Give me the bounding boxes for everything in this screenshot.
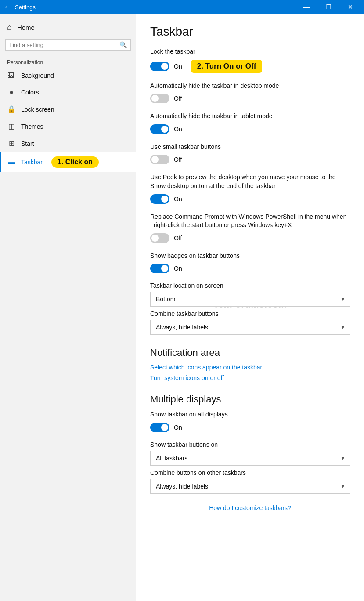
toggle-row-small-buttons: Off xyxy=(150,155,350,164)
select-icons-link[interactable]: Select which icons appear on the taskbar xyxy=(150,364,350,371)
background-icon: 🖼 xyxy=(7,72,16,80)
toggle-small-buttons[interactable] xyxy=(150,155,169,164)
setting-label-small-buttons: Use small taskbar buttons xyxy=(150,143,350,152)
footer-customize-link[interactable]: How do I customize taskbars? xyxy=(150,504,350,511)
minimize-button[interactable]: — xyxy=(296,0,317,14)
taskbar-icon: ▬ xyxy=(7,158,16,166)
setting-small-buttons: Use small taskbar buttons Off xyxy=(150,143,350,165)
toggle-replace-cmd[interactable] xyxy=(150,233,169,243)
sidebar-item-label-themes: Themes xyxy=(21,123,43,130)
dropdown-label-combine-other: Combine buttons on other taskbars xyxy=(150,469,350,476)
toggle-row-hide-tablet: On xyxy=(150,124,350,134)
setting-location: Taskbar location on screen Bottom Top Le… xyxy=(150,282,350,307)
app-body: ⌂ Home 🔍 Personalization 🖼 Background ● … xyxy=(0,14,364,601)
sidebar-item-background[interactable]: 🖼 Background xyxy=(0,67,136,84)
toggle-label-hide-desktop: Off xyxy=(174,95,182,102)
dropdown-label-location: Taskbar location on screen xyxy=(150,282,350,289)
multiple-displays-title: Multiple displays xyxy=(150,394,350,405)
turn-annotation: 2. Turn On or Off xyxy=(191,60,263,73)
toggle-row-lock-taskbar: On 2. Turn On or Off xyxy=(150,60,350,73)
toggle-hide-desktop[interactable] xyxy=(150,94,169,103)
home-icon: ⌂ xyxy=(7,23,12,32)
setting-label-hide-desktop: Automatically hide the taskbar in deskto… xyxy=(150,82,350,91)
toggle-label-replace-cmd: Off xyxy=(174,235,182,242)
start-icon: ⊞ xyxy=(7,139,16,148)
setting-label-replace-cmd: Replace Command Prompt with Windows Powe… xyxy=(150,213,350,230)
toggle-label-show-all-displays: On xyxy=(174,424,182,431)
setting-label-use-peek: Use Peek to preview the desktop when you… xyxy=(150,173,350,190)
buttons-on-select[interactable]: All taskbars Main taskbar and taskbar wh… xyxy=(150,451,350,466)
toggle-hide-tablet[interactable] xyxy=(150,124,169,134)
page-title: Taskbar xyxy=(150,25,350,39)
combine-dropdown-container: Always, hide labels When taskbar is full… xyxy=(150,320,350,335)
lock-screen-icon: 🔒 xyxy=(7,105,16,113)
setting-use-peek: Use Peek to preview the desktop when you… xyxy=(150,173,350,203)
buttons-on-dropdown-container: All taskbars Main taskbar and taskbar wh… xyxy=(150,451,350,466)
setting-replace-cmd: Replace Command Prompt with Windows Powe… xyxy=(150,213,350,243)
toggle-show-badges[interactable] xyxy=(150,264,169,273)
themes-icon: ◫ xyxy=(7,122,16,130)
sidebar-item-lock-screen[interactable]: 🔒 Lock screen xyxy=(0,101,136,118)
sidebar-item-label-colors: Colors xyxy=(21,89,39,96)
search-icon: 🔍 xyxy=(119,41,127,48)
setting-combine-other: Combine buttons on other taskbars Always… xyxy=(150,469,350,494)
toggle-row-show-badges: On xyxy=(150,264,350,273)
sidebar-item-themes[interactable]: ◫ Themes xyxy=(0,118,136,135)
home-label: Home xyxy=(17,24,35,31)
search-box: 🔍 xyxy=(5,39,131,51)
combine-select[interactable]: Always, hide labels When taskbar is full… xyxy=(150,320,350,335)
sidebar-item-label-taskbar: Taskbar xyxy=(21,159,43,166)
toggle-label-lock-taskbar: On xyxy=(174,63,182,70)
setting-combine: Combine taskbar buttons Always, hide lab… xyxy=(150,310,350,335)
back-button[interactable]: ← xyxy=(4,3,11,11)
dropdown-label-buttons-on: Show taskbar buttons on xyxy=(150,441,350,448)
setting-show-all-displays: Show taskbar on all displays On xyxy=(150,410,350,432)
toggle-label-show-badges: On xyxy=(174,265,182,272)
setting-show-badges: Show badges on taskbar buttons On xyxy=(150,252,350,274)
setting-lock-taskbar: Lock the taskbar On 2. Turn On or Off xyxy=(150,47,350,73)
setting-hide-tablet: Automatically hide the taskbar in tablet… xyxy=(150,112,350,134)
sidebar-item-colors[interactable]: ● Colors xyxy=(0,84,136,101)
dropdown-label-combine: Combine taskbar buttons xyxy=(150,310,350,317)
toggle-row-replace-cmd: Off xyxy=(150,233,350,243)
sidebar-item-label-lock-screen: Lock screen xyxy=(21,106,54,113)
search-input[interactable] xyxy=(9,42,119,48)
colors-icon: ● xyxy=(7,88,16,96)
combine-other-select[interactable]: Always, hide labels When taskbar is full… xyxy=(150,479,350,494)
sidebar: ⌂ Home 🔍 Personalization 🖼 Background ● … xyxy=(0,14,136,601)
maximize-button[interactable]: ❐ xyxy=(318,0,339,14)
sidebar-item-home[interactable]: ⌂ Home xyxy=(0,18,136,37)
toggle-use-peek[interactable] xyxy=(150,194,169,204)
main-content: TenForums.com Taskbar Lock the taskbar O… xyxy=(136,14,364,601)
location-dropdown-container: Bottom Top Left Right ▼ xyxy=(150,292,350,307)
setting-label-hide-tablet: Automatically hide the taskbar in tablet… xyxy=(150,112,350,121)
close-button[interactable]: ✕ xyxy=(340,0,360,14)
title-bar: ← Settings — ❐ ✕ xyxy=(0,0,364,14)
sidebar-item-start[interactable]: ⊞ Start xyxy=(0,135,136,152)
toggle-row-hide-desktop: Off xyxy=(150,94,350,103)
toggle-row-show-all-displays: On xyxy=(150,423,350,432)
toggle-label-small-buttons: Off xyxy=(174,156,182,163)
turn-system-icons-link[interactable]: Turn system icons on or off xyxy=(150,374,350,381)
combine-other-dropdown-container: Always, hide labels When taskbar is full… xyxy=(150,479,350,494)
setting-buttons-on: Show taskbar buttons on All taskbars Mai… xyxy=(150,441,350,466)
sidebar-item-label-background: Background xyxy=(21,72,54,79)
toggle-label-hide-tablet: On xyxy=(174,126,182,133)
setting-label-lock-taskbar: Lock the taskbar xyxy=(150,47,350,56)
location-select[interactable]: Bottom Top Left Right xyxy=(150,292,350,307)
click-annotation: 1. Click on xyxy=(51,156,99,168)
toggle-show-all-displays[interactable] xyxy=(150,423,169,432)
sidebar-item-label-start: Start xyxy=(21,140,34,147)
setting-label-show-badges: Show badges on taskbar buttons xyxy=(150,252,350,261)
setting-hide-desktop: Automatically hide the taskbar in deskto… xyxy=(150,82,350,104)
sidebar-item-taskbar[interactable]: ▬ Taskbar 1. Click on xyxy=(0,152,136,172)
app-title: Settings xyxy=(15,4,296,11)
notification-area-title: Notification area xyxy=(150,347,350,358)
sidebar-section-label: Personalization xyxy=(0,56,136,67)
window-controls: — ❐ ✕ xyxy=(296,0,360,14)
toggle-row-use-peek: On xyxy=(150,194,350,204)
setting-label-show-all-displays: Show taskbar on all displays xyxy=(150,410,350,419)
toggle-lock-taskbar[interactable] xyxy=(150,62,169,71)
toggle-label-use-peek: On xyxy=(174,196,182,203)
